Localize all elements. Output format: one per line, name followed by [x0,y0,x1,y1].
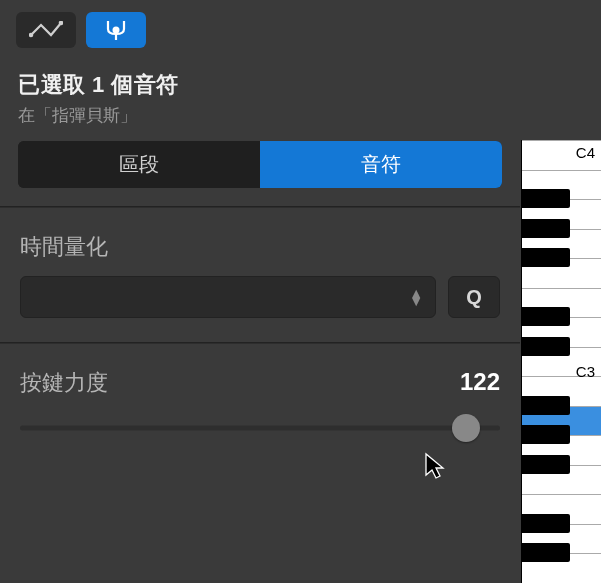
velocity-slider[interactable] [20,416,500,440]
black-key[interactable] [522,514,570,533]
selection-title: 已選取 1 個音符 [18,70,502,100]
black-key[interactable] [522,455,570,474]
piano-ruler[interactable]: C4 C3 [521,140,601,583]
black-key[interactable] [522,425,570,444]
chevron-updown-icon: ▲▼ [409,289,423,305]
tab-region[interactable]: 區段 [18,141,260,188]
black-key[interactable] [522,337,570,356]
slider-track [20,426,500,431]
quantize-label: 時間量化 [20,232,500,262]
segment-control: 區段 音符 [18,141,502,188]
slider-thumb[interactable] [452,414,480,442]
key-label-c4: C4 [576,144,595,161]
black-key[interactable] [522,219,570,238]
selection-subtitle: 在「指彈貝斯」 [18,104,502,127]
velocity-label: 按鍵力度 [20,368,108,398]
black-key[interactable] [522,396,570,415]
midi-plug-icon [102,19,130,41]
automation-tool-button[interactable] [16,12,76,48]
black-key[interactable] [522,307,570,326]
tab-note[interactable]: 音符 [260,141,502,188]
quantize-button[interactable]: Q [448,276,500,318]
automation-line-icon [29,21,63,39]
black-key[interactable] [522,189,570,208]
mouse-cursor-icon [424,452,446,480]
svg-point-5 [113,27,120,34]
key-label-c3: C3 [576,363,595,380]
velocity-value: 122 [460,368,500,396]
midi-tool-button[interactable] [86,12,146,48]
quantize-select[interactable]: ▲▼ [20,276,436,318]
black-key[interactable] [522,543,570,562]
black-key[interactable] [522,248,570,267]
